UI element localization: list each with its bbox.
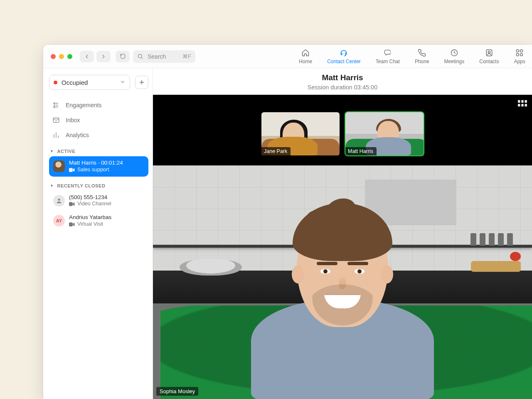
search-input[interactable]: Search ⌘F (133, 50, 195, 63)
svg-point-8 (520, 53, 523, 56)
nav-team-chat[interactable]: Team Chat (376, 49, 400, 64)
engagement-name: Andrius Yatarbas (69, 214, 111, 221)
chevron-right-icon (101, 54, 106, 59)
svg-rect-20 (525, 100, 527, 103)
minimize-window-button[interactable] (59, 54, 64, 59)
headset-icon (339, 49, 348, 57)
analytics-icon (52, 131, 60, 139)
search-icon (137, 53, 143, 59)
sidebar-item-engagements[interactable]: Engagements (49, 98, 148, 112)
top-nav: Home Contact Center Team Chat Phone Meet… (299, 49, 532, 64)
window-controls (51, 54, 72, 59)
caret-down-icon: ▼ (50, 184, 54, 188)
nav-meetings[interactable]: Meetings (444, 49, 465, 64)
video-area: Jane Park Matt Harris (153, 95, 532, 399)
engagement-lines: Matt Harris · 00:01:24 Sales support (69, 160, 123, 173)
clock-icon (450, 49, 459, 57)
nav-apps[interactable]: Apps (514, 49, 525, 64)
video-icon (69, 168, 75, 172)
video-filmstrip: Jane Park Matt Harris (261, 112, 424, 155)
svg-rect-18 (518, 100, 520, 103)
sidebar-item-analytics[interactable]: Analytics (49, 128, 148, 142)
home-icon (301, 49, 310, 57)
status-row: Occupied (49, 75, 148, 90)
plus-icon (138, 79, 145, 86)
search-placeholder: Search (148, 53, 178, 60)
chat-icon (383, 49, 392, 57)
nav-label: Meetings (444, 59, 465, 64)
engagements-icon (52, 101, 60, 109)
app-window: Search ⌘F Home Contact Center Team Chat … (43, 45, 532, 399)
engagement-timer: 00:01:24 (101, 160, 123, 166)
main-panel: Matt Harris Session duration 03:45:00 Ja… (153, 68, 532, 399)
refresh-icon (120, 53, 126, 59)
back-button[interactable] (80, 51, 94, 62)
video-icon (69, 202, 75, 206)
svg-rect-17 (69, 222, 73, 226)
engagement-item-active[interactable]: Matt Harris · 00:01:24 Sales support (49, 156, 148, 177)
engagement-name: (500) 555-1234 (69, 194, 111, 201)
agent-status-dropdown[interactable]: Occupied (49, 75, 130, 90)
engagement-channel: Sales support (77, 167, 109, 173)
nav-label: Contacts (479, 59, 499, 64)
maximize-window-button[interactable] (67, 54, 72, 59)
sidebar-nav: Engagements Inbox Analytics (49, 98, 148, 142)
video-thumbnail[interactable]: Matt Harris (345, 112, 424, 155)
thumbnail-label: Matt Harris (345, 147, 377, 155)
refresh-button[interactable] (116, 51, 130, 62)
section-label: RECENTLY CLOSED (57, 183, 106, 188)
engagement-channel: Video Channel (77, 201, 111, 207)
thumbnail-label: Jane Park (261, 147, 291, 155)
avatar (53, 195, 65, 207)
engagement-item-recent[interactable]: AY Andrius Yatarbas Virtual Visit (49, 211, 148, 231)
apps-icon (515, 49, 524, 57)
nav-contact-center[interactable]: Contact Center (327, 49, 361, 64)
forward-button[interactable] (96, 51, 111, 62)
svg-rect-5 (517, 49, 519, 52)
nav-label: Contact Center (327, 59, 361, 64)
svg-rect-7 (517, 53, 519, 56)
phone-icon (417, 49, 426, 57)
nav-contacts[interactable]: Contacts (479, 49, 499, 64)
nav-phone[interactable]: Phone (415, 49, 429, 64)
engagement-sub: Video Channel (69, 201, 111, 207)
section-active-header[interactable]: ▼ ACTIVE (49, 142, 148, 156)
grid-icon (518, 100, 527, 107)
gallery-view-button[interactable] (518, 100, 527, 107)
close-window-button[interactable] (51, 54, 56, 59)
svg-rect-23 (525, 104, 527, 106)
section-recent-header[interactable]: ▼ RECENTLY CLOSED (49, 177, 148, 191)
nav-label: Apps (514, 59, 525, 64)
engagement-channel: Virtual Visit (77, 221, 103, 228)
caret-down-icon: ▼ (50, 149, 54, 153)
call-header: Matt Harris Session duration 03:45:00 (153, 68, 532, 95)
svg-line-1 (141, 57, 143, 59)
nav-label: Analytics (66, 132, 89, 138)
nav-label: Engagements (66, 102, 101, 108)
chevron-left-icon (84, 54, 90, 59)
search-shortcut: ⌘F (182, 53, 191, 59)
engagement-sub: Virtual Visit (69, 221, 111, 228)
nav-label: Phone (415, 59, 429, 64)
svg-point-4 (488, 51, 490, 53)
titlebar: Search ⌘F Home Contact Center Team Chat … (43, 45, 532, 68)
new-engagement-button[interactable] (135, 76, 148, 89)
chevron-down-icon (120, 79, 126, 86)
engagement-item-recent[interactable]: (500) 555-1234 Video Channel (49, 191, 148, 211)
engagement-lines: (500) 555-1234 Video Channel (69, 194, 111, 208)
svg-rect-14 (69, 168, 73, 172)
sidebar: Occupied Engagements Inbox (43, 68, 153, 399)
main-video[interactable]: Sophia Mosley (153, 165, 532, 399)
svg-point-15 (58, 198, 60, 200)
nav-label: Inbox (66, 117, 80, 123)
nav-home[interactable]: Home (299, 49, 312, 64)
engagement-lines: Andrius Yatarbas Virtual Visit (69, 214, 111, 228)
video-thumbnail[interactable]: Jane Park (261, 112, 340, 155)
avatar: AY (53, 215, 65, 227)
main-video-scene (153, 165, 532, 399)
svg-rect-22 (521, 104, 524, 106)
svg-point-0 (138, 54, 142, 58)
engagement-title: Matt Harris · 00:01:24 (69, 160, 123, 167)
section-label: ACTIVE (57, 149, 76, 154)
sidebar-item-inbox[interactable]: Inbox (49, 113, 148, 127)
